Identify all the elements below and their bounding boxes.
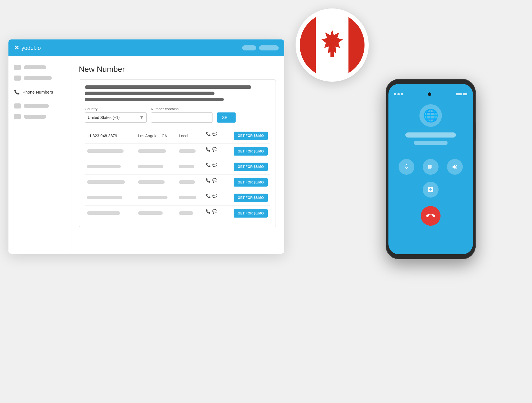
main-content: New Number Country United States (+1) Ca… [70, 56, 284, 254]
table-cell-location: Los Angeles, CA [136, 128, 176, 144]
power-button [475, 123, 476, 140]
table-row: +1 323-948-8879 Los Angeles, CA Local 📞 … [85, 128, 270, 144]
sidebar-text-1 [24, 65, 46, 69]
country-label: Country [85, 107, 147, 111]
table-row: 📞 💬 GET FOR $5/MO [85, 175, 270, 190]
sms-icon: 💬 [212, 163, 217, 167]
content-card: Country United States (+1) Canada (+1) U… [79, 79, 276, 227]
skeleton-location [138, 211, 163, 215]
signal-dot-3 [401, 93, 403, 95]
table-row: 📞 💬 GET FOR $5/MO [85, 159, 270, 175]
table-cell-type: Local [176, 128, 204, 144]
table-cell-action: GET FOR $5/MO [224, 128, 270, 144]
sidebar-item-4[interactable] [8, 111, 70, 122]
number-contains-filter-group: Number contains [151, 107, 213, 123]
sidebar-text-3 [24, 104, 49, 108]
phone-controls-row [399, 159, 463, 175]
skeleton-number [87, 165, 121, 168]
table-cell-icons: 📞 💬 [204, 190, 224, 202]
sidebar-icon-1 [14, 65, 21, 70]
sidebar-item-3[interactable] [8, 101, 70, 111]
sidebar: 📞 Phone Numbers [8, 56, 70, 254]
volume-up-button [386, 116, 386, 127]
table-cell-number: +1 323-948-8879 [85, 128, 136, 144]
sidebar-phone-numbers-label: Phone Numbers [23, 90, 53, 94]
phone-status-dots [394, 93, 403, 95]
add-call-button[interactable] [423, 182, 439, 198]
skeleton-type [179, 149, 196, 153]
svg-rect-2 [330, 51, 334, 57]
get-number-button[interactable]: GET FOR $5/MO [234, 132, 268, 140]
get-number-button[interactable]: GET FOR $5/MO [234, 147, 268, 156]
country-select[interactable]: United States (+1) Canada (+1) United Ki… [85, 112, 147, 123]
speaker-button[interactable] [447, 159, 463, 175]
sidebar-divider-2 [8, 99, 70, 99]
filters-row: Country United States (+1) Canada (+1) U… [85, 107, 270, 123]
keypad-button[interactable] [423, 159, 439, 175]
phone-screen: 🌐 [388, 84, 473, 254]
yodel-logo: ✕ yodel.io [14, 44, 41, 52]
numbers-table: +1 323-948-8879 Los Angeles, CA Local 📞 … [85, 128, 270, 221]
table-cell-action: GET FOR $5/MO [224, 206, 270, 221]
skeleton-type [179, 165, 194, 168]
table-cell-icons: 📞 💬 [204, 175, 224, 186]
country-filter-group: Country United States (+1) Canada (+1) U… [85, 107, 147, 123]
sms-icon: 💬 [212, 132, 217, 136]
nav-pill-1 [242, 45, 256, 50]
skeleton-type [179, 180, 195, 184]
search-button[interactable]: SE... [217, 112, 236, 123]
nav-pill-2 [259, 45, 279, 50]
table-cell-icons: 📞 💬 [204, 128, 224, 140]
browser-header: ✕ yodel.io [8, 39, 284, 56]
globe-icon: 🌐 [423, 108, 439, 123]
sidebar-text-2 [24, 76, 52, 80]
canada-flag [296, 8, 369, 82]
table-cell-action: GET FOR $5/MO [224, 175, 270, 190]
phone-mockup: 🌐 [386, 79, 476, 259]
table-cell-action: GET FOR $5/MO [224, 159, 270, 175]
number-contains-input[interactable] [151, 112, 213, 123]
phone-name-display [414, 141, 448, 145]
signal-dot-2 [397, 93, 400, 95]
desc-skeleton-2 [85, 92, 214, 95]
sidebar-text-4 [24, 115, 46, 119]
skeleton-number [87, 180, 125, 184]
voice-icon: 📞 [206, 147, 211, 152]
phone-status-bar [394, 92, 467, 96]
sidebar-item-2[interactable] [8, 73, 70, 83]
end-call-button[interactable] [421, 206, 441, 226]
battery-indicator [456, 93, 462, 95]
mute-button[interactable] [399, 159, 414, 175]
skeleton-number [87, 196, 122, 199]
table-row: 📞 💬 GET FOR $5/MO [85, 206, 270, 221]
sidebar-item-1[interactable] [8, 62, 70, 73]
signal-dot-1 [394, 93, 396, 95]
phone-icon: 📞 [14, 89, 20, 95]
get-number-button[interactable]: GET FOR $5/MO [234, 194, 268, 202]
sidebar-icon-4 [14, 114, 21, 119]
table-row: 📞 💬 GET FOR $5/MO [85, 144, 270, 159]
phone-status-right [456, 93, 467, 95]
volume-down-button [386, 131, 386, 142]
sms-icon: 💬 [212, 209, 217, 214]
table-cell-action: GET FOR $5/MO [224, 144, 270, 159]
get-number-button[interactable]: GET FOR $5/MO [234, 209, 268, 218]
sidebar-divider-1 [8, 85, 70, 85]
page-title: New Number [79, 65, 276, 74]
yodel-logo-icon: ✕ [14, 44, 19, 52]
sidebar-item-phone-numbers[interactable]: 📞 Phone Numbers [8, 87, 70, 98]
browser-window: ✕ yodel.io 📞 Phone Numb [8, 39, 284, 254]
phone-number-display [405, 132, 456, 138]
voice-icon: 📞 [206, 194, 211, 198]
table-cell-icons: 📞 💬 [204, 144, 224, 155]
get-number-button[interactable]: GET FOR $5/MO [234, 163, 268, 171]
browser-body: 📞 Phone Numbers New Number [8, 56, 284, 254]
table-cell-icons: 📞 💬 [204, 159, 224, 170]
sidebar-icon-2 [14, 76, 21, 81]
yodel-logo-text: yodel.io [21, 45, 41, 51]
wifi-indicator [463, 93, 467, 95]
get-number-button[interactable]: GET FOR $5/MO [234, 178, 268, 187]
table-cell-action: GET FOR $5/MO [224, 190, 270, 206]
skeleton-type [179, 196, 196, 199]
skeleton-number [87, 149, 124, 153]
